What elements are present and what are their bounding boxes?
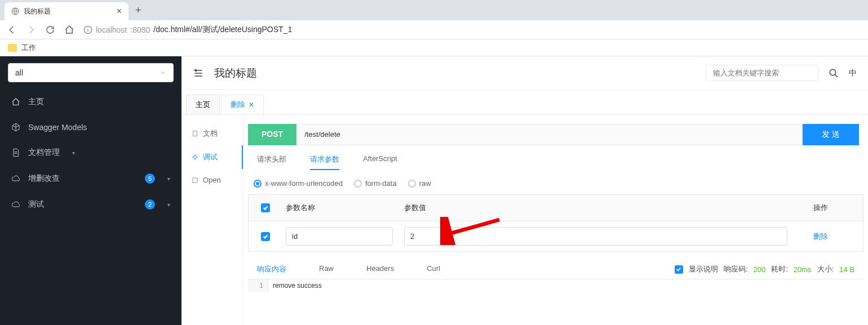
- col-value: 参数值: [401, 197, 807, 219]
- url-port: :8080: [130, 25, 150, 34]
- home-icon[interactable]: [64, 25, 74, 35]
- count-badge: 5: [145, 173, 155, 184]
- enc-raw[interactable]: raw: [408, 179, 431, 188]
- page-title: 我的标题: [214, 66, 696, 81]
- page-header: 我的标题 中: [181, 56, 868, 90]
- sidebar-item-models[interactable]: Swagger Models: [0, 115, 181, 140]
- url-host: localhost: [96, 25, 127, 34]
- select-all-checkbox[interactable]: [261, 203, 270, 212]
- tab-label: 删除: [231, 100, 245, 110]
- chevron-down-icon: [160, 69, 166, 76]
- cloud-icon: [11, 200, 20, 209]
- bookmark-item[interactable]: 工作: [21, 43, 36, 53]
- col-op: 操作: [807, 195, 863, 221]
- browser-tab-bar: 我的标题 × +: [0, 0, 868, 20]
- status-label: 响应码:: [724, 264, 748, 274]
- response-text[interactable]: remove success: [268, 279, 863, 292]
- response-body: 1 remove success: [248, 279, 863, 292]
- svg-rect-8: [193, 178, 197, 182]
- forward-icon[interactable]: [26, 25, 36, 35]
- line-gutter: 1: [248, 279, 268, 292]
- count-badge: 2: [145, 199, 155, 210]
- main-content: 我的标题 中 主页 删除 ✕ 文档 调试: [181, 56, 868, 325]
- sidebar-item-label: Swagger Models: [28, 123, 87, 132]
- browser-tab-title: 我的标题: [24, 7, 51, 16]
- row-checkbox[interactable]: [261, 232, 270, 241]
- page-tabs: 主页 删除 ✕: [181, 90, 868, 114]
- chevron-down-icon: ▾: [167, 202, 170, 208]
- open-icon: [192, 177, 198, 184]
- subnav-debug[interactable]: 调试: [181, 145, 243, 169]
- search-icon[interactable]: [829, 68, 839, 78]
- encoding-row: x-www-form-urlencoded form-data raw: [243, 176, 868, 194]
- reqtab-params[interactable]: 请求参数: [310, 154, 339, 170]
- param-table: 参数名称 参数值 操作: [248, 194, 863, 252]
- svg-rect-6: [193, 131, 197, 136]
- sidebar-item-test[interactable]: 测试 2 ▾: [0, 192, 181, 217]
- radio-icon: [354, 180, 362, 188]
- request-url-row: POST /test/delete 发 送: [248, 124, 859, 145]
- resptab-content[interactable]: 响应内容: [257, 264, 286, 274]
- table-header: 参数名称 参数值 操作: [249, 195, 863, 221]
- close-icon[interactable]: ✕: [249, 101, 254, 109]
- doc-area: POST /test/delete 发 送 请求头部 请求参数 AfterScr…: [243, 115, 868, 325]
- sidebar-item-home[interactable]: 主页: [0, 89, 181, 115]
- param-name-input[interactable]: [286, 227, 393, 246]
- status-value: 200: [754, 265, 766, 274]
- col-name: 参数名称: [282, 197, 401, 219]
- show-desc-checkbox[interactable]: [675, 265, 683, 274]
- sidebar-item-crud[interactable]: 增删改查 5 ▾: [0, 166, 181, 192]
- collapse-icon[interactable]: [193, 68, 204, 79]
- close-icon[interactable]: ×: [117, 6, 122, 16]
- language-toggle[interactable]: 中: [849, 68, 857, 78]
- back-icon[interactable]: [7, 25, 17, 35]
- request-path[interactable]: /test/delete: [296, 124, 803, 145]
- resptab-headers[interactable]: Headers: [366, 264, 394, 274]
- svg-point-3: [87, 28, 88, 28]
- subnav-doc[interactable]: 文档: [181, 122, 243, 145]
- time-label: 耗时:: [771, 264, 788, 274]
- tab-label: 主页: [196, 100, 210, 110]
- new-tab-button[interactable]: +: [129, 5, 148, 16]
- size-label: 大小:: [817, 264, 834, 274]
- bug-icon: [192, 154, 198, 161]
- response-tabs-row: 响应内容 Raw Headers Curl 显示说明 响应码: 200 耗时: …: [243, 252, 868, 279]
- tab-home[interactable]: 主页: [186, 95, 220, 114]
- cube-icon: [11, 123, 20, 132]
- sidebar-item-docs[interactable]: 文档管理 ▾: [0, 140, 181, 166]
- enc-urlencoded[interactable]: x-www-form-urlencoded: [254, 179, 343, 188]
- sidebar: all 主页 Swagger Models 文档管理 ▾ 增删改查 5 ▾ 测试…: [0, 56, 181, 325]
- svg-point-4: [830, 69, 836, 75]
- reload-icon[interactable]: [45, 25, 55, 35]
- sidebar-item-label: 文档管理: [28, 148, 60, 158]
- search-input[interactable]: [706, 65, 818, 81]
- subnav-label: Open: [203, 176, 221, 184]
- radio-icon: [254, 180, 262, 188]
- reqtab-afterscript[interactable]: AfterScript: [363, 154, 397, 170]
- cloud-icon: [11, 174, 20, 183]
- browser-chrome: 我的标题 × + localhost:8080/doc.html#/all/测试…: [0, 0, 868, 56]
- enc-formdata[interactable]: form-data: [354, 179, 397, 188]
- tab-delete[interactable]: 删除 ✕: [221, 95, 264, 114]
- svg-point-7: [194, 156, 197, 159]
- api-group-select[interactable]: all: [8, 63, 174, 82]
- delete-param-link[interactable]: 删除: [813, 232, 828, 241]
- table-row: 删除: [249, 221, 863, 251]
- info-icon: [83, 25, 92, 34]
- address-bar: localhost:8080/doc.html#/all/测试/deleteUs…: [0, 20, 868, 39]
- chevron-down-icon: ▾: [72, 150, 75, 156]
- reqtab-headers[interactable]: 请求头部: [257, 154, 286, 170]
- subnav-label: 调试: [203, 152, 218, 162]
- resptab-raw[interactable]: Raw: [319, 264, 334, 274]
- folder-icon: [8, 44, 17, 52]
- url-path: /doc.html#/all/测试/deleteUsingPOST_1: [153, 25, 292, 35]
- resptab-curl[interactable]: Curl: [427, 264, 440, 274]
- param-value-input[interactable]: [404, 227, 787, 246]
- subnav-open[interactable]: Open: [181, 169, 243, 191]
- url-input[interactable]: localhost:8080/doc.html#/all/测试/deleteUs…: [83, 25, 292, 35]
- sidebar-item-label: 增删改查: [28, 173, 60, 184]
- file-icon: [11, 148, 20, 157]
- browser-tab[interactable]: 我的标题 ×: [5, 2, 129, 20]
- size-value: 14 B: [839, 265, 854, 274]
- send-button[interactable]: 发 送: [803, 124, 859, 145]
